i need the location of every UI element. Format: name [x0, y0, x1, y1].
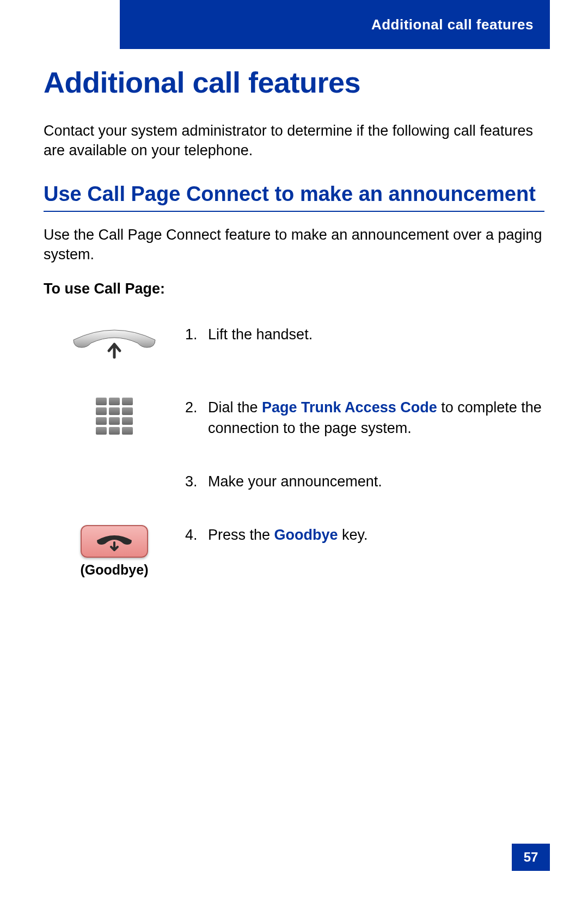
procedure-label: To use Call Page: [44, 280, 544, 297]
step-2-num: 2. [185, 398, 208, 439]
page-title: Additional call features [44, 65, 544, 99]
header-tab: Additional call features [120, 0, 550, 49]
goodbye-caption: (Goodbye) [81, 562, 149, 578]
step-row-4: (Goodbye) 4. Press the Goodbye key. [44, 525, 544, 578]
step-1-body: Lift the handset. [208, 325, 544, 345]
page-trunk-access-code-link[interactable]: Page Trunk Access Code [262, 399, 437, 416]
step-4-post: key. [338, 527, 368, 543]
step-4-num: 4. [185, 525, 208, 546]
step-2-body: Dial the Page Trunk Access Code to compl… [208, 398, 544, 439]
step-4-icon-col: (Goodbye) [44, 525, 185, 578]
step-2-text: 2. Dial the Page Trunk Access Code to co… [185, 398, 544, 439]
page-number-value: 57 [524, 850, 538, 865]
step-1-text: 1. Lift the handset. [185, 325, 544, 345]
step-4-pre: Press the [208, 527, 274, 543]
step-2-icon-col [44, 398, 185, 435]
dial-keypad-icon [96, 398, 133, 435]
step-4-body: Press the Goodbye key. [208, 525, 544, 546]
step-1-num: 1. [185, 325, 208, 345]
page-intro: Contact your system administrator to det… [44, 121, 544, 161]
goodbye-link[interactable]: Goodbye [274, 527, 338, 543]
goodbye-key-icon [81, 525, 148, 558]
step-2-pre: Dial the [208, 399, 262, 416]
page-number: 57 [512, 844, 550, 871]
section-intro: Use the Call Page Connect feature to mak… [44, 225, 544, 265]
page-content: Additional call features Contact your sy… [44, 60, 544, 611]
step-1-icon-col [44, 325, 185, 365]
step-row-2: 2. Dial the Page Trunk Access Code to co… [44, 398, 544, 439]
section-title: Use Call Page Connect to make an announc… [44, 182, 544, 206]
header-tab-label: Additional call features [371, 16, 534, 33]
step-3-body: Make your announcement. [208, 472, 544, 492]
step-row-1: 1. Lift the handset. [44, 325, 544, 365]
step-3-num: 3. [185, 472, 208, 492]
lift-handset-icon [68, 325, 161, 365]
step-3-text: 3. Make your announcement. [185, 472, 544, 492]
step-4-text: 4. Press the Goodbye key. [185, 525, 544, 546]
section-rule [44, 211, 544, 212]
step-row-3: 3. Make your announcement. [44, 472, 544, 492]
